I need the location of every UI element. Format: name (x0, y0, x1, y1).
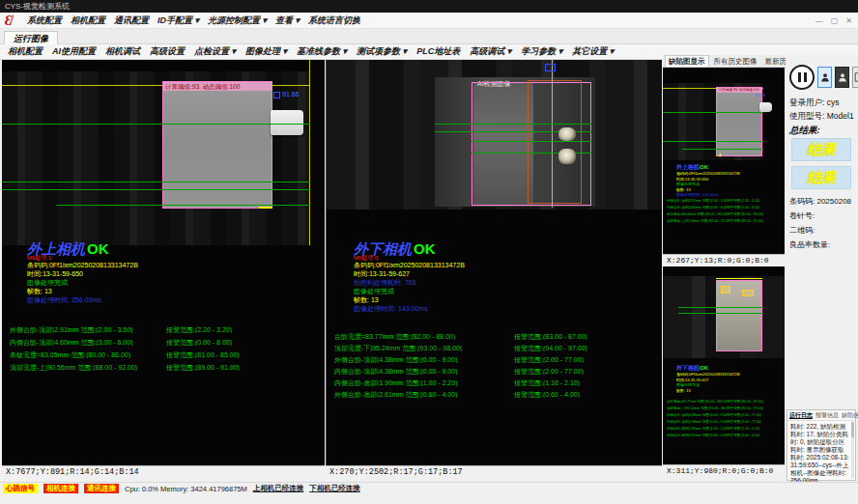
login-user-button[interactable] (817, 67, 832, 88)
pause-button[interactable] (789, 65, 815, 90)
measurement-value: 外侧台阶-顶部|4.38mm 范围:(0.00 - 9.00) (667, 413, 727, 417)
measurement-row: 顶部宽度-上|90.56mm 范围:(88.00 - 92.00)报警范围:(8… (10, 364, 323, 371)
measurement-row: 内侧台阶-顶部|4.38mm 范围:(0.00 - 9.00)报警范围:(2.0… (334, 368, 659, 375)
measurement-value: 顶部宽度-下|95.24mm 范围:(93.00 - 98.00) (334, 345, 514, 351)
frame-line: 帧数: 13 (354, 295, 465, 304)
measurement-row: 顶部宽度-下|95.24mm 范围:(93.00 - 98.00)报警范围:(9… (334, 345, 659, 351)
model-value: Model1 (827, 111, 854, 121)
measure-tag-value: 91.66 (756, 93, 765, 98)
exit-button[interactable] (852, 67, 858, 88)
alarm-range: 报警范围:(2.20 - 3.20) (166, 326, 232, 333)
menu-system-config[interactable]: 系统配置 (27, 14, 62, 27)
tool-camera-config[interactable]: 相机配置 (8, 45, 43, 58)
alarm-range: 报警范围:(0.00 - 8.00) (727, 206, 759, 210)
roi-box-icon (273, 92, 280, 98)
baseline-yellow-vline (552, 60, 553, 208)
menu-camera-config[interactable]: 相机配置 (71, 14, 105, 27)
measurement-value: 顶部宽度-下|95.24mm 范围:(93.00 - 98.00) (667, 406, 727, 410)
preview-view-lower[interactable]: 外下相机OK 条码码:0Ff1ixm2025020813313472B 时间:1… (663, 266, 785, 464)
measurement-row: 内侧台阶-顶部|4.60mm 范围:(3.00 - 6.00)报警范围:(0.0… (667, 206, 783, 210)
tool-advanced-debug[interactable]: 高级调试 ▾ (470, 45, 511, 58)
cursor-readout-preview-upper: X:267;Y:13;R:0;G:0;B:0 (663, 254, 785, 266)
measurement-list-lower: 台阶宽度=83.77mm 范围:(82.00 - 88.00)报警范围:(83.… (334, 333, 659, 403)
menu-bar: Ɛ̸ 系统配置 相机配置 通讯配置 ID手配置 ▾ 光源控制配置 ▾ 查看 ▾ … (0, 13, 858, 29)
tool-other-settings[interactable]: 其它设置 ▾ (572, 45, 614, 58)
measurement-row: 台阶宽度=83.77mm 范围:(82.00 - 88.00)报警范围:(83.… (334, 333, 659, 340)
done-line: 图像处理完成 (354, 287, 465, 295)
cursor-readout-preview-lower: X:311;Y:980;R:0;G:0;B:0 (663, 464, 785, 477)
close-icon[interactable]: ✕ (845, 16, 852, 25)
result-status: OK (700, 365, 708, 371)
measurement-value: 外侧台阶-底部|2.61mm 范围:(0.60 - 4.00) (334, 391, 514, 398)
proc-time-line: 图像处理时间: 143.00ms (354, 304, 465, 313)
mini-measurement-list: 台阶宽度=83.77mm 范围:(82.00 - 88.00)报警范围:(83.… (667, 400, 783, 440)
measurement-value: 内侧台阶-顶部|4.38mm 范围:(0.00 - 9.00) (667, 420, 727, 424)
log-tab-run[interactable]: 运行日志 (789, 411, 813, 419)
tool-plc-table[interactable]: PLC地址表 (416, 45, 460, 58)
mini-measurement-list: 外侧台阶-顶部|2.91mm 范围:(2.00 - 3.50)报警范围:(2.2… (667, 199, 783, 226)
result-display-upper: 结果 (791, 138, 851, 161)
log-tab-alarm[interactable]: 报警信息 (815, 411, 839, 419)
result-status: OK (87, 240, 109, 257)
operator-button[interactable] (835, 67, 849, 88)
measurement-row: 顶部宽度-下|95.24mm 范围:(93.00 - 98.00)报警范围:(9… (667, 406, 783, 410)
menu-comm-config[interactable]: 通讯配置 (114, 14, 149, 27)
alarm-range: 报警范围:(94.00 - 97.00) (514, 345, 587, 351)
measure-line (2, 124, 310, 125)
measure-line (678, 313, 763, 314)
measure-line (663, 141, 763, 142)
menu-language-switch[interactable]: 系统语言切换 (308, 14, 360, 27)
preview-tab-all-history[interactable]: 所有历史图像 (711, 56, 760, 67)
alarm-range: 报警范围:(2.00 - 77.00) (727, 420, 761, 424)
camera-link-badge: 相机连接 (43, 484, 78, 493)
pause-icon (798, 72, 801, 82)
alarm-range: 报警范围:(81.00 - 85.00) (727, 212, 763, 216)
log-scrollbar[interactable] (851, 422, 854, 478)
measurement-row: 条纹宽度=83.05mm 范围:(80.00 - 86.00)报警范围:(81.… (10, 351, 323, 358)
menu-light-config[interactable]: 光源控制配置 ▾ (208, 14, 267, 27)
camera-view-lower[interactable]: AI检测图像 外下相机OK M6处理:0 条码码:0Ff1ixm20250208… (326, 60, 662, 465)
tool-camera-debug[interactable]: 相机调试 (105, 45, 140, 58)
tool-baseline-params[interactable]: 基准线参数 ▾ (297, 45, 347, 58)
measurement-value: 内侧台阶-顶部|4.60mm 范围:(3.00 - 6.00) (10, 339, 166, 346)
camera-view-upper[interactable]: 计算阈值:93, 动态阈值:100 91.66 外上相机OK M6处理:1 条码… (2, 60, 325, 465)
tool-advanced-settings[interactable]: 高级设置 (150, 45, 185, 58)
alarm-range: 报警范围:(89.00 - 91.00) (166, 364, 240, 371)
tool-spotcheck-settings[interactable]: 点检设置 ▾ (194, 45, 236, 58)
measurement-row: 外侧台阶-顶部|4.38mm 范围:(0.00 - 9.00)报警范围:(2.0… (334, 356, 659, 363)
door-exit-icon (854, 71, 858, 83)
alarm-range: 报警范围:(81.00 - 85.00) (166, 351, 240, 358)
alarm-range: 报警范围:(2.00 - 77.00) (727, 413, 761, 417)
measure-tag-value: 91.66 (282, 91, 300, 98)
measurement-row: 外侧台阶-顶部|2.91mm 范围:(2.00 - 3.50)报警范围:(2.2… (10, 326, 323, 333)
menu-view[interactable]: 查看 ▾ (275, 14, 300, 27)
measurement-row: 外侧台阶-顶部|4.38mm 范围:(0.00 - 9.00)报警范围:(2.0… (667, 413, 783, 417)
barcode-value: 20250208 (816, 197, 851, 206)
menu-idhand-config[interactable]: ID手配置 ▾ (157, 14, 199, 27)
measurement-value: 内侧台阶-底部|1.90mm 范围:(1.00 - 2.20) (334, 379, 514, 386)
measurement-value: 条纹宽度=83.05mm 范围:(80.00 - 86.00) (10, 351, 166, 358)
log-tab-defect[interactable]: 缺陷信息 (842, 411, 858, 419)
result-title: 外上相机OK (676, 164, 740, 171)
alarm-range: 报警范围:(0.60 - 4.00) (727, 434, 759, 437)
app-window: CYS-视觉检测系统 Ɛ̸ 系统配置 相机配置 通讯配置 ID手配置 ▾ 光源控… (0, 0, 858, 504)
scroll-thumb[interactable] (851, 422, 854, 437)
measurement-value: 内侧台阶-顶部|4.38mm 范围:(0.00 - 9.00) (334, 368, 514, 375)
barcode-row: 条码码: 20250208 (789, 197, 851, 207)
alarm-range: 报警范围:(89.00 - 91.00) (727, 219, 763, 223)
tool-image-process[interactable]: 图像处理 ▾ (245, 45, 287, 58)
minimize-icon[interactable]: — (815, 16, 823, 25)
tool-ai-config[interactable]: AI使用配置 (52, 45, 96, 58)
tool-learn-params[interactable]: 学习参数 ▾ (521, 45, 562, 58)
measurement-value: 顶部宽度-上|90.56mm 范围:(88.00 - 92.00) (667, 219, 727, 223)
menu-items: 系统配置 相机配置 通讯配置 ID手配置 ▾ 光源控制配置 ▾ 查看 ▾ 系统语… (27, 13, 360, 29)
measurement-value: 内侧台阶-顶部|4.60mm 范围:(3.00 - 6.00) (667, 206, 727, 210)
measurement-row: 内侧台阶-顶部|4.60mm 范围:(3.00 - 6.00)报警范围:(0.0… (10, 339, 323, 346)
lower-camera-status: 下相机已经连接 (309, 484, 360, 493)
tool-test-params[interactable]: 测试项参数 ▾ (357, 45, 407, 58)
preview-tab-defect[interactable]: 缺陷图显示 (665, 55, 709, 67)
measurement-row: 内侧台阶-顶部|4.38mm 范围:(0.00 - 9.00)报警范围:(2.0… (667, 420, 783, 424)
maximize-icon[interactable]: ▢ (831, 16, 839, 25)
preview-view-upper[interactable]: 计算阈值:93, 动态阈值:100 91.66 ▮ 外上相机OK 条码码:0Ff… (663, 68, 785, 254)
app-logo-icon: Ɛ̸ (5, 13, 12, 29)
